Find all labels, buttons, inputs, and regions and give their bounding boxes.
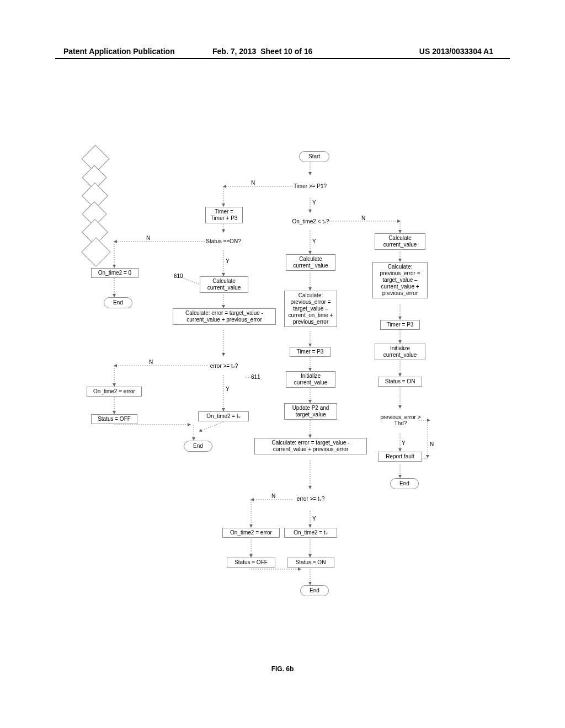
rect-ontime2-tv-a: On_time2 = tᵥ (198, 411, 249, 421)
end-bot-node: End (300, 585, 329, 596)
rect-ontime2-zero: On_time2 = 0 (91, 268, 138, 278)
header-rule (55, 58, 510, 59)
rect-init-cv-b: Initialize current_value (286, 371, 335, 388)
rect-status-on-b: Status = ON (287, 558, 334, 568)
rect-report-fault: Report fault (378, 452, 422, 462)
decision-err-tv-a-text: error >= tᵥ? (203, 363, 245, 369)
label-y-4: Y (312, 238, 316, 244)
decision-ontime2-tv-text: On_time2 < tᵥ? (283, 218, 338, 224)
label-y-1: Y (312, 200, 316, 206)
rect-status-off-b: Status = OFF (227, 558, 275, 568)
header-date-sheet: Feb. 7, 2013 Sheet 10 of 16 (212, 47, 312, 56)
rect-calc-err-a: Calculate: error = target_value - curren… (173, 308, 276, 325)
rect-init-cv-c: Initialize current_value (375, 344, 425, 360)
label-y-2: Y (226, 258, 230, 264)
label-n-6: N (430, 441, 434, 447)
ref-611: 611 (251, 374, 260, 380)
label-n-4: N (361, 215, 365, 221)
rect-calc-prev-b: Calculate: previous_error = target_value… (284, 291, 337, 327)
decision-err-tv-b-text: error >= tᵥ? (290, 496, 332, 502)
rect-update-p2: Update P2 and target_value (284, 403, 337, 420)
rect-status-on-c: Status = ON (378, 377, 422, 387)
rect-calc-err-b: Calculate: error = target_value - curren… (254, 438, 367, 454)
label-n-2: N (146, 235, 150, 241)
svg-line-15 (199, 422, 223, 431)
rect-ontime2-err-a: On_time2 = error (87, 387, 142, 397)
label-y-3: Y (226, 386, 230, 392)
decision-status-on-text: Status ==ON? (199, 238, 248, 244)
decision-timer-p1-text: Timer >= P1? (287, 183, 333, 189)
header-publication: Patent Application Publication (63, 47, 175, 56)
rect-ontime2-tv-b: On_time2 = tᵥ (284, 528, 337, 538)
svg-line-44 (182, 277, 201, 285)
flow-connectors (86, 149, 493, 651)
label-n-5: N (271, 493, 275, 499)
rect-status-off-a: Status = OFF (91, 414, 137, 424)
rect-ontime2-err-b: On_time2 = error (222, 528, 280, 538)
end-right-node: End (390, 478, 419, 489)
rect-calc-cv-a: Calculate current_value (200, 276, 248, 293)
label-n-3: N (149, 359, 153, 365)
rect-timer-p3-c: Timer = P3 (380, 320, 420, 330)
decision-prev-thd (81, 237, 111, 267)
end-mid-node: End (184, 441, 212, 452)
ref-610: 610 (174, 273, 183, 279)
flowchart: Start Timer >= P1? Timer = Timer + P3 St… (86, 149, 493, 651)
label-y-6: Y (402, 440, 406, 446)
rect-timer-p3-b: Timer = P3 (290, 347, 331, 357)
header-pubnum: US 2013/0033304 A1 (419, 47, 493, 56)
figure-label: FIG. 6b (271, 665, 294, 673)
rect-timer-plus-p3: Timer = Timer + P3 (205, 207, 243, 223)
rect-calc-cv-c: Calculate current_value (375, 233, 425, 250)
label-n-1: N (251, 180, 255, 186)
rect-calc-cv-b: Calculate current_ value (286, 254, 335, 271)
start-node: Start (299, 151, 329, 162)
label-y-5: Y (312, 516, 316, 522)
decision-prev-thd-text: previous_error > Thd? (375, 414, 427, 426)
rect-calc-prev-c: Calculate: previous_error = target_value… (372, 262, 428, 298)
end-left-node: End (104, 297, 132, 308)
